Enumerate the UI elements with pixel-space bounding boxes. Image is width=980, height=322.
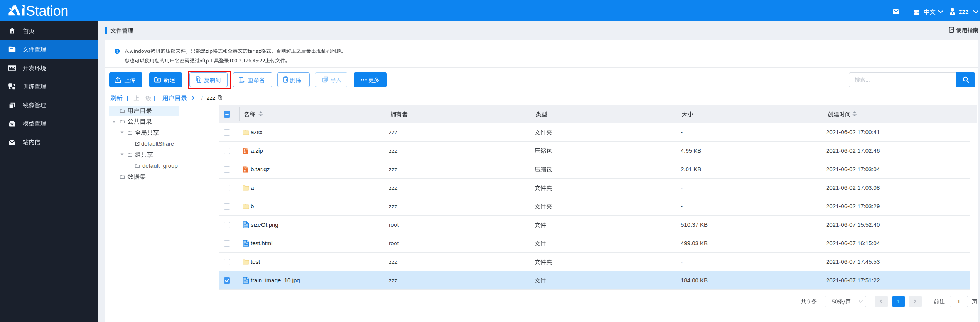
svg-text:-: - <box>681 129 683 135</box>
svg-text:zzz: zzz <box>389 147 398 154</box>
svg-text:2021-06-02 17:03:08: 2021-06-02 17:03:08 <box>826 184 880 191</box>
svg-text:2021-06-07 16:15:04: 2021-06-07 16:15:04 <box>826 240 880 246</box>
svg-text:2021-06-02 17:02:46: 2021-06-02 17:02:46 <box>826 147 880 154</box>
svg-text:default_group: default_group <box>142 162 178 169</box>
svg-text:zzz: zzz <box>389 258 398 265</box>
svg-text:zzz: zzz <box>389 277 398 283</box>
svg-text:sizeOf.png: sizeOf.png <box>251 221 278 228</box>
svg-text:-: - <box>681 184 683 191</box>
svg-text:2021-06-07 17:51:22: 2021-06-07 17:51:22 <box>826 277 880 283</box>
svg-text:1: 1 <box>897 298 900 305</box>
svg-text:184.00 KB: 184.00 KB <box>681 277 708 283</box>
svg-text:Station: Station <box>26 3 68 19</box>
svg-text:a: a <box>251 184 254 191</box>
svg-text:CN: CN <box>914 11 919 14</box>
svg-text:zzz: zzz <box>207 94 216 101</box>
svg-text:b: b <box>251 203 254 209</box>
svg-text:test: test <box>251 258 260 265</box>
svg-text:test.html: test.html <box>251 240 273 246</box>
svg-text:2021-06-02 17:03:29: 2021-06-02 17:03:29 <box>826 203 880 209</box>
svg-text:510.37 KB: 510.37 KB <box>681 221 708 228</box>
svg-text:1: 1 <box>957 298 960 305</box>
svg-text:zzz: zzz <box>389 184 398 191</box>
svg-text:2021-06-02 17:03:04: 2021-06-02 17:03:04 <box>826 166 880 172</box>
svg-text:2021-06-07 15:52:40: 2021-06-07 15:52:40 <box>826 221 880 228</box>
svg-text:root: root <box>389 221 399 228</box>
svg-text:-: - <box>681 203 683 209</box>
svg-text:/: / <box>201 95 203 101</box>
svg-text:zzz: zzz <box>389 129 398 135</box>
svg-text:zzz: zzz <box>959 8 969 15</box>
svg-text:defaultShare: defaultShare <box>141 140 174 147</box>
svg-text:4.95 KB: 4.95 KB <box>681 147 701 154</box>
svg-text:root: root <box>389 240 399 246</box>
svg-text:2021-06-07 17:45:53: 2021-06-07 17:45:53 <box>826 258 880 265</box>
svg-text:499.03 KB: 499.03 KB <box>681 240 708 246</box>
svg-text:a.zip: a.zip <box>251 147 263 154</box>
svg-text:2.01 KB: 2.01 KB <box>681 166 701 172</box>
svg-text:-: - <box>681 258 683 265</box>
svg-text:zzz: zzz <box>389 203 398 209</box>
svg-text:azsx: azsx <box>251 129 263 135</box>
svg-text:zzz: zzz <box>389 166 398 172</box>
svg-text:train_image_10.jpg: train_image_10.jpg <box>251 277 300 283</box>
svg-text:2021-06-02 17:00:41: 2021-06-02 17:00:41 <box>826 129 880 135</box>
svg-text:b.tar.gz: b.tar.gz <box>251 166 270 172</box>
